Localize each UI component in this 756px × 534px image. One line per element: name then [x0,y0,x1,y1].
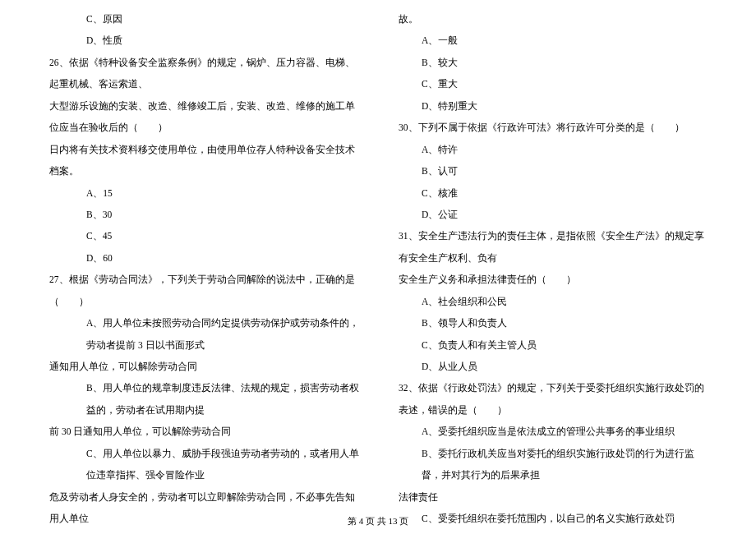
q32-option-a: A、受委托组织应当是依法成立的管理公共事务的事业组织 [399,421,711,442]
q27-option-b-2: 前 30 日通知用人单位，可以解除劳动合同 [49,421,362,442]
q26-line1: 26、依据《特种设备安全监察条例》的规定，锅炉、压力容器、电梯、起重机械、客运索… [49,52,362,95]
q26-line3: 日内将有关技术资料移交使用单位，由使用单位存人特种设备安全技术档案。 [49,139,362,182]
q27-option-c-1: C、用人单位以暴力、威胁手段强迫劳动者劳动的，或者用人单位违章指挥、强令冒险作业 [49,443,362,486]
q29-option-d: D、特别重大 [399,95,711,117]
q26-option-c: C、45 [49,225,362,246]
q29-option-b: B、较大 [399,52,711,73]
q29-option-c: C、重大 [399,73,711,94]
q31-line2: 安全生产义务和承担法律责任的（ ） [399,269,711,290]
q32-option-b-2: 法律责任 [399,486,711,508]
page-footer: 第 4 页 共 13 页 [0,515,756,527]
q30-option-b: B、认可 [399,160,711,182]
page-body: C、原因 D、性质 26、依据《特种设备安全监察条例》的规定，锅炉、压力容器、电… [0,0,756,534]
q26-option-d: D、60 [49,247,362,269]
option-d: D、性质 [49,30,362,51]
q30-option-c: C、核准 [399,182,711,204]
q26-option-a: A、15 [49,182,362,204]
q32-option-d: D、受委托组织不得再委托其他组织或者个人实施行政处罚 [399,530,711,535]
q27-line1: 27、根据《劳动合同法》，下列关于劳动合同解除的说法中，正确的是（ ） [49,269,362,312]
q31-option-b: B、领导人和负责人 [399,312,711,334]
q27-option-a-2: 通知用人单位，可以解除劳动合同 [49,356,362,377]
right-column: 故。 A、一般 B、较大 C、重大 D、特别重大 30、下列不属于依据《行政许可… [378,8,756,534]
q27-option-a-1: A、用人单位未按照劳动合同约定提供劳动保护或劳动条件的，劳动者提前 3 日以书面… [49,312,362,356]
left-column: C、原因 D、性质 26、依据《特种设备安全监察条例》的规定，锅炉、压力容器、电… [0,8,378,534]
q27-option-b-1: B、用人单位的规章制度违反法律、法规的规定，损害劳动者权益的，劳动者在试用期内提 [49,377,362,421]
q30-line1: 30、下列不属于依据《行政许可法》将行政许可分类的是（ ） [399,117,711,138]
q31-option-a: A、社会组织和公民 [399,291,711,312]
q27-option-d-1: D、劳动者非因工负伤，在规定的医疗期满后不能从事原工作，也不能从事由用人单位另行 [49,530,362,535]
q31-line1: 31、安全生产违法行为的责任主体，是指依照《安全生产法》的规定享有安全生产权利、… [399,225,711,269]
q31-option-d: D、从业人员 [399,356,711,377]
q32-line1: 32、依据《行政处罚法》的规定，下列关于受委托组织实施行政处罚的表述，错误的是（… [399,377,711,421]
q30-option-d: D、公证 [399,204,711,225]
q32-option-b-1: B、委托行政机关应当对委托的组织实施行政处罚的行为进行监督，并对其行为的后果承担 [399,443,711,486]
q26-option-b: B、30 [49,204,362,225]
q29-option-a: A、一般 [399,30,711,51]
q29-line3: 故。 [399,8,711,30]
option-c: C、原因 [49,8,362,30]
q30-option-a: A、特许 [399,139,711,160]
q31-option-c: C、负责人和有关主管人员 [399,334,711,356]
q26-line2: 大型游乐设施的安装、改造、维修竣工后，安装、改造、维修的施工单位应当在验收后的（… [49,95,362,139]
